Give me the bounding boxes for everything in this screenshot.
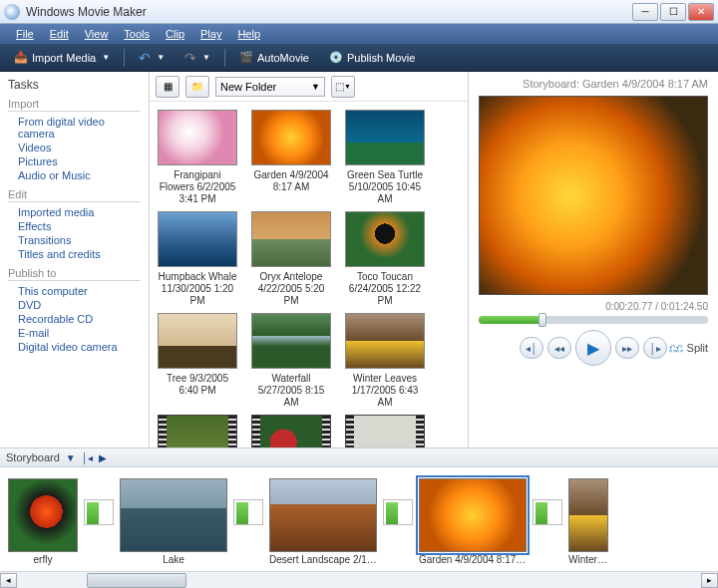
next-frame-button[interactable]: │▸ [643,337,667,359]
preview-time: 0:00:20.77 / 0:01:24.50 [479,301,708,312]
next-button[interactable]: ▸▸ [615,337,639,359]
menu-clip[interactable]: Clip [158,26,192,42]
seek-handle[interactable] [538,313,546,327]
scroll-thumb[interactable] [87,573,186,588]
task-from-camera[interactable]: From digital video camera [8,115,141,141]
arrange-button[interactable]: ⬚▼ [331,76,355,98]
task-videos[interactable]: Videos [8,141,141,154]
scroll-track[interactable] [17,573,701,588]
task-pictures[interactable]: Pictures [8,154,141,168]
storyboard[interactable]: erflyLakeDesert Landscape 2/12/20...Gard… [0,467,718,571]
seek-bar[interactable] [479,316,708,324]
collection-item[interactable]: Winter Leaves 1/17/2005 6:43 AM [345,313,425,409]
menu-help[interactable]: Help [229,26,268,42]
thumbnail-image [158,110,237,165]
thumbnails-view-button[interactable]: ▦ [156,76,180,98]
storyboard-clip[interactable]: Winter Leaves 1 [568,478,608,565]
scroll-right-button[interactable]: ▸ [701,573,718,588]
collection-item[interactable]: Green Sea Turtle 5/10/2005 10:45 AM [345,110,425,205]
thumbnail-image [251,415,331,447]
split-button[interactable]: ⎌⎌ Split [669,341,708,355]
chevron-down-icon: ▼ [311,82,320,92]
preview-screen[interactable] [479,96,708,295]
task-audio[interactable]: Audio or Music [8,168,141,182]
thumbnail-image [251,313,331,369]
thumbnail-image [251,211,331,267]
prev-frame-button[interactable]: ◂│ [520,337,543,359]
menu-view[interactable]: View [77,26,117,42]
menu-tools[interactable]: Tools [116,26,158,42]
storyboard-caption: Garden 4/9/2004 8:17 AM [419,554,527,565]
menu-play[interactable]: Play [192,26,229,42]
storyboard-transition[interactable] [533,499,562,525]
close-button[interactable]: ✕ [688,3,714,21]
menu-bar: File Edit View Tools Clip Play Help [0,24,718,44]
task-dvd[interactable]: DVD [8,298,141,312]
task-transitions[interactable]: Transitions [8,233,141,247]
storyboard-clip[interactable]: Desert Landscape 2/12/20... [269,478,377,565]
thumbnail-label: Toco Toucan 6/24/2005 12:22 PM [345,271,425,307]
window-title: Windows Movie Maker [26,5,632,19]
undo-icon [139,50,151,66]
collection-video-item[interactable] [158,415,237,447]
collection-item[interactable]: Frangipani Flowers 6/2/2005 3:41 PM [158,110,237,205]
task-this-computer[interactable]: This computer [8,284,141,298]
task-titles[interactable]: Titles and credits [8,247,141,261]
storyboard-transition[interactable] [383,499,413,525]
storyboard-rewind-button[interactable]: │◂ [82,452,93,463]
import-media-button[interactable]: 📥 Import Media ▼ [6,48,118,68]
publish-movie-button[interactable]: 💿 Publish Movie [321,48,423,68]
storyboard-clip[interactable]: erfly [8,478,78,565]
task-imported-media[interactable]: Imported media [8,205,141,219]
storyboard-dropdown[interactable]: ▼ [66,452,76,463]
storyboard-play-button[interactable]: ▶ [99,452,107,463]
horizontal-scrollbar[interactable]: ◂ ▸ [0,571,718,588]
publish-icon: 💿 [329,51,343,65]
storyboard-caption: Desert Landscape 2/12/20... [269,554,377,565]
automovie-button[interactable]: 🎬 AutoMovie [231,48,317,68]
undo-button[interactable]: ▼ [131,47,173,69]
thumbnail-label: Humpback Whale 11/30/2005 1:20 PM [158,271,237,307]
collection-item[interactable]: Humpback Whale 11/30/2005 1:20 PM [158,211,237,307]
menu-edit[interactable]: Edit [42,26,77,42]
thumbnail-image [158,211,237,267]
collection-item[interactable]: Garden 4/9/2004 8:17 AM [251,110,331,205]
storyboard-clip[interactable]: Lake [120,478,227,565]
redo-button[interactable]: ▼ [177,47,218,69]
thumbnails-area[interactable]: Frangipani Flowers 6/2/2005 3:41 PMGarde… [150,102,468,447]
thumbnail-label: Frangipani Flowers 6/2/2005 3:41 PM [158,169,237,205]
storyboard-thumb [120,478,227,552]
storyboard-thumb [568,478,608,552]
window-controls: ─ ☐ ✕ [632,3,714,21]
storyboard-transition[interactable] [233,499,263,525]
collection-item[interactable]: Oryx Antelope 4/22/2005 5:20 PM [251,211,331,307]
thumbnail-image [345,110,425,165]
task-effects[interactable]: Effects [8,219,141,233]
menu-file[interactable]: File [8,26,42,42]
storyboard-transition[interactable] [84,499,114,525]
minimize-button[interactable]: ─ [632,3,658,21]
toolbar: 📥 Import Media ▼ ▼ ▼ 🎬 AutoMovie 💿 Publi… [0,44,718,72]
task-recordable-cd[interactable]: Recordable CD [8,312,141,326]
thumbnail-label: Garden 4/9/2004 8:17 AM [251,169,331,193]
thumbnail-label: Oryx Antelope 4/22/2005 5:20 PM [251,271,331,307]
collection-item[interactable]: Toco Toucan 6/24/2005 12:22 PM [345,211,425,307]
folder-combo[interactable]: New Folder ▼ [215,77,325,97]
collection-item[interactable]: Tree 9/3/2005 6:40 PM [158,313,237,409]
collection-item[interactable]: Waterfall 5/27/2005 8:15 AM [251,313,331,409]
title-bar: Windows Movie Maker ─ ☐ ✕ [0,0,718,24]
folder-combo-label: New Folder [220,81,276,93]
maximize-button[interactable]: ☐ [660,3,686,21]
scroll-left-button[interactable]: ◂ [0,573,17,588]
thumbnail-image [158,415,237,447]
up-folder-button[interactable]: 📁 [185,76,209,98]
collection-video-item[interactable] [345,415,425,447]
prev-button[interactable]: ◂◂ [547,337,571,359]
collection-video-item[interactable] [251,415,331,447]
task-dv-camera[interactable]: Digital video camera [8,340,141,354]
task-email[interactable]: E-mail [8,326,141,340]
import-icon: 📥 [14,51,28,65]
play-button[interactable]: ▶ [575,330,611,366]
storyboard-clip[interactable]: Garden 4/9/2004 8:17 AM [419,478,527,565]
collection-pane: ▦ 📁 New Folder ▼ ⬚▼ Frangipani Flowers 6… [150,72,469,447]
